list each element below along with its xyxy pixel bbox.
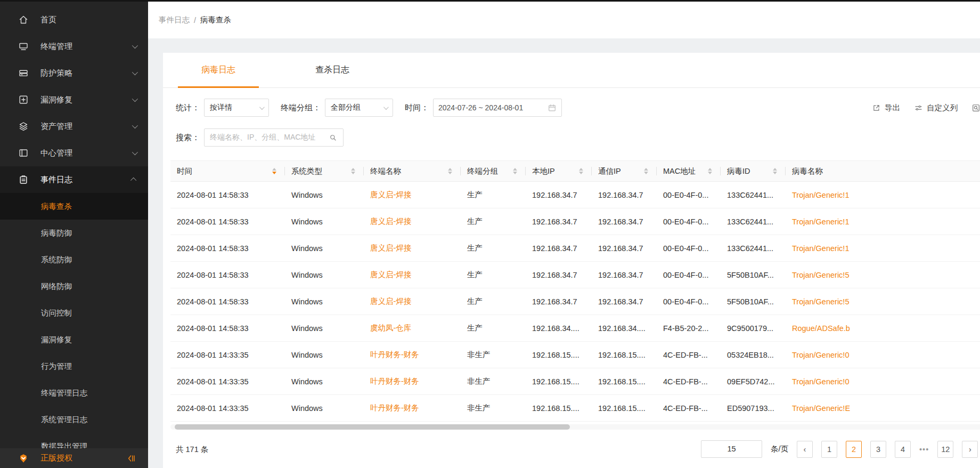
sidebar-item-终端管理[interactable]: 终端管理 bbox=[0, 33, 148, 60]
page-button-4[interactable]: 4 bbox=[895, 441, 911, 458]
sort-carets-icon[interactable] bbox=[448, 168, 452, 175]
column-header-通信IP[interactable]: 通信IP bbox=[592, 161, 657, 181]
cell-link-病毒名称[interactable]: Trojan/Generic!0 bbox=[786, 351, 980, 359]
sort-carets-icon[interactable] bbox=[513, 168, 517, 175]
content-card: 病毒日志查杀日志 统计： 按详情 终端分组： 全部分组 时间： 2024-07-… bbox=[163, 53, 980, 468]
sidebar-item-事件日志[interactable]: 事件日志 bbox=[0, 166, 148, 193]
stat-select[interactable]: 按详情 bbox=[204, 99, 269, 117]
chevron-down-icon bbox=[132, 69, 138, 75]
cell-时间: 2024-08-01 14:33:35 bbox=[170, 351, 285, 359]
cell-link-病毒名称[interactable]: Trojan/Generic!1 bbox=[786, 244, 980, 253]
sidebar-subitem-病毒防御[interactable]: 病毒防御 bbox=[0, 220, 148, 246]
page-ellipsis[interactable]: ••• bbox=[919, 445, 929, 454]
sidebar-item-首页[interactable]: 首页 bbox=[0, 6, 148, 33]
sidebar-subitem-访问控制[interactable]: 访问控制 bbox=[0, 300, 148, 326]
cell-MAC地址: 00-E0-4F-0... bbox=[657, 191, 721, 199]
cell-病毒ID: 5F50B10AF... bbox=[721, 271, 786, 279]
page-button-3[interactable]: 3 bbox=[870, 441, 886, 458]
page-size-input[interactable]: 15 bbox=[701, 440, 762, 458]
scrollbar-thumb[interactable] bbox=[175, 424, 570, 430]
sidebar-subitem-终端管理日志[interactable]: 终端管理日志 bbox=[0, 380, 148, 406]
sidebar-subitem-网络防御[interactable]: 网络防御 bbox=[0, 273, 148, 300]
sidebar-item-label: 首页 bbox=[40, 15, 56, 25]
sidebar-subitem-病毒查杀[interactable]: 病毒查杀 bbox=[0, 193, 148, 220]
cell-link-终端名称[interactable]: 唐义启-焊接 bbox=[364, 190, 461, 200]
sort-carets-icon[interactable] bbox=[579, 168, 583, 175]
cell-本地IP: 192.168.34.7 bbox=[526, 217, 592, 226]
search-icon[interactable] bbox=[329, 133, 338, 142]
date-range-input[interactable]: 2024-07-26 ~ 2024-08-01 bbox=[433, 99, 562, 117]
cell-link-病毒名称[interactable]: Trojan/Generic!1 bbox=[786, 217, 980, 226]
cell-link-病毒名称[interactable]: Trojan/Generic!E bbox=[786, 404, 980, 413]
cell-病毒ID: 133C62441... bbox=[721, 191, 786, 199]
column-header-MAC地址[interactable]: MAC地址 bbox=[657, 161, 721, 181]
sidebar-item-防护策略[interactable]: 防护策略 bbox=[0, 60, 148, 86]
page-button-2[interactable]: 2 bbox=[846, 441, 862, 458]
column-header-时间[interactable]: 时间 bbox=[170, 161, 285, 181]
preview-search-button[interactable] bbox=[971, 103, 980, 112]
sidebar-subitem-漏洞修复[interactable]: 漏洞修复 bbox=[0, 326, 148, 353]
table-row: 2024-08-01 14:58:33Windows唐义启-焊接生产192.16… bbox=[170, 235, 980, 262]
prev-page-button[interactable]: ‹ bbox=[797, 441, 813, 458]
cell-link-病毒名称[interactable]: Rogue/ADSafe.b bbox=[786, 324, 980, 333]
cell-通信IP: 192.168.34.7 bbox=[592, 191, 657, 199]
tab-查杀日志[interactable]: 查杀日志 bbox=[292, 53, 373, 87]
cell-link-病毒名称[interactable]: Trojan/Generic!5 bbox=[786, 271, 980, 279]
export-button[interactable]: 导出 bbox=[872, 103, 900, 113]
sort-carets-icon[interactable] bbox=[351, 168, 355, 175]
customize-columns-button[interactable]: 自定义列 bbox=[914, 103, 958, 113]
column-header-终端名称[interactable]: 终端名称 bbox=[364, 161, 461, 181]
license-label[interactable]: 正版授权 bbox=[40, 453, 72, 463]
sidebar-item-中心管理[interactable]: 中心管理 bbox=[0, 140, 148, 166]
cell-link-终端名称[interactable]: 唐义启-焊接 bbox=[364, 270, 461, 280]
sidebar: 首页终端管理防护策略漏洞修复资产管理中心管理事件日志病毒查杀病毒防御系统防御网络… bbox=[0, 0, 148, 468]
calendar-icon bbox=[548, 103, 557, 112]
page-button-12[interactable]: 12 bbox=[937, 441, 953, 458]
cell-病毒ID: ED5907193... bbox=[721, 404, 786, 413]
cell-link-终端名称[interactable]: 叶丹财务-财务 bbox=[364, 350, 461, 360]
sidebar-subitem-系统管理日志[interactable]: 系统管理日志 bbox=[0, 406, 148, 433]
sidebar-item-label: 中心管理 bbox=[40, 148, 72, 158]
cell-link-终端名称[interactable]: 叶丹财务-财务 bbox=[364, 376, 461, 386]
cell-通信IP: 192.168.15.... bbox=[592, 404, 657, 413]
column-header-本地IP[interactable]: 本地IP bbox=[526, 161, 592, 181]
column-header-系统类型[interactable]: 系统类型 bbox=[285, 161, 364, 181]
table-row: 2024-08-01 14:58:33Windows虞幼凤-仓库生产192.16… bbox=[170, 315, 980, 342]
cell-终端分组: 非生产 bbox=[461, 350, 526, 360]
chevron-down-icon bbox=[132, 149, 138, 155]
cell-link-终端名称[interactable]: 唐义启-焊接 bbox=[364, 243, 461, 253]
tab-病毒日志[interactable]: 病毒日志 bbox=[178, 53, 259, 87]
cell-link-病毒名称[interactable]: Trojan/Generic!1 bbox=[786, 191, 980, 199]
column-header-病毒ID[interactable]: 病毒ID bbox=[721, 161, 786, 181]
cell-link-终端名称[interactable]: 唐义启-焊接 bbox=[364, 216, 461, 227]
breadcrumb-parent[interactable]: 事件日志 bbox=[159, 15, 190, 25]
sidebar-item-资产管理[interactable]: 资产管理 bbox=[0, 113, 148, 140]
column-header-终端分组[interactable]: 终端分组 bbox=[461, 161, 526, 181]
sidebar-subitem-行为管理[interactable]: 行为管理 bbox=[0, 353, 148, 380]
column-label: 本地IP bbox=[532, 166, 555, 176]
horizontal-scrollbar[interactable] bbox=[170, 424, 980, 430]
cell-系统类型: Windows bbox=[285, 191, 364, 199]
cell-link-终端名称[interactable]: 叶丹财务-财务 bbox=[364, 403, 461, 413]
sidebar-subitem-系统防御[interactable]: 系统防御 bbox=[0, 246, 148, 273]
sidebar-item-漏洞修复[interactable]: 漏洞修复 bbox=[0, 86, 148, 113]
cell-link-终端名称[interactable]: 唐义启-焊接 bbox=[364, 296, 461, 306]
monitor-icon bbox=[18, 41, 29, 52]
collapse-sidebar-icon[interactable] bbox=[127, 454, 136, 463]
column-header-病毒名称[interactable]: 病毒名称 bbox=[786, 161, 980, 181]
cell-link-终端名称[interactable]: 虞幼凤-仓库 bbox=[364, 323, 461, 333]
cell-通信IP: 192.168.15.... bbox=[592, 351, 657, 359]
sort-carets-icon[interactable] bbox=[644, 168, 648, 175]
page-button-1[interactable]: 1 bbox=[821, 441, 837, 458]
table-header-row: 时间系统类型终端名称终端分组本地IP通信IPMAC地址病毒ID病毒名称 bbox=[170, 160, 980, 182]
sort-carets-icon[interactable] bbox=[272, 168, 276, 175]
layers-icon bbox=[18, 121, 29, 132]
cell-link-病毒名称[interactable]: Trojan/Generic!0 bbox=[786, 377, 980, 386]
sort-carets-icon[interactable] bbox=[708, 168, 712, 175]
cell-link-病毒名称[interactable]: Trojan/Generic!5 bbox=[786, 297, 980, 306]
sort-carets-icon[interactable] bbox=[773, 168, 777, 175]
search-input[interactable]: 终端名称、IP、分组、MAC地址 bbox=[204, 128, 344, 147]
license-badge-icon bbox=[18, 453, 29, 464]
next-page-button[interactable]: › bbox=[962, 441, 978, 458]
group-select[interactable]: 全部分组 bbox=[325, 99, 393, 117]
